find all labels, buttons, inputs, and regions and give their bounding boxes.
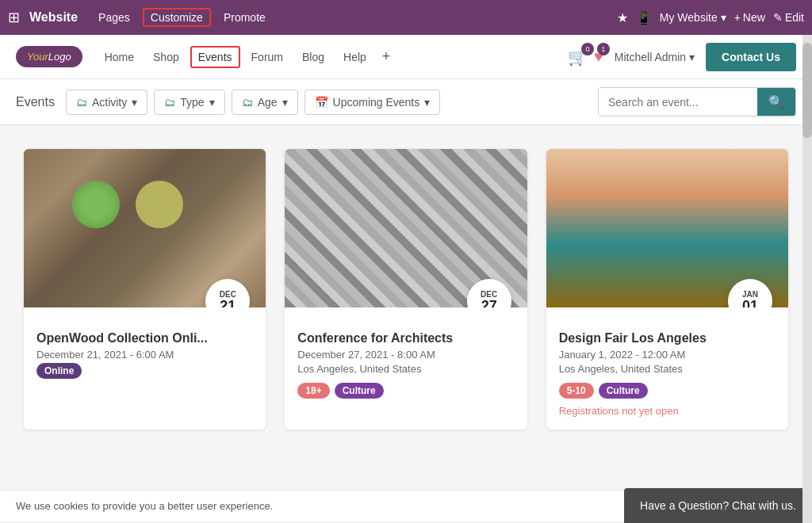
event-body-3: Design Fair Los Angeles January 1, 2022 … [546,307,788,429]
cart-icon[interactable]: 🛒 0 [568,48,588,67]
event-title-2: Conference for Architects [297,331,514,345]
event-location-2: Los Angeles, United States [297,363,514,375]
event-location-3: Los Angeles, United States [559,363,776,375]
logo-your: Your [27,51,48,63]
event-tags-1: Online [36,363,253,379]
chevron-down-icon: ▾ [721,11,726,24]
cart-badge: 0 [581,43,594,55]
mobile-icon[interactable]: 📱 [636,10,652,25]
tag-online: Online [36,363,82,379]
tag-culture-2: Culture [335,383,384,399]
event-card-2[interactable]: DEC 27 Conference for Architects Decembe… [285,149,527,429]
chevron-type-icon: ▾ [209,96,215,109]
event-date-1: December 21, 2021 - 6:00 AM [36,349,253,361]
nav-add-icon[interactable]: + [377,45,396,68]
filter-type[interactable]: 🗂 Type ▾ [154,90,224,115]
search-icon: 🔍 [768,95,784,109]
nav-events[interactable]: Events [190,46,240,68]
admin-right-icons: ★ 📱 My Website ▾ + New ✎ Edit [617,10,804,25]
edit-button[interactable]: ✎ Edit [773,11,804,24]
tag-5to10: 5-10 [559,383,594,399]
user-label: Mitchell Admin [615,51,686,63]
pencil-icon: ✎ [773,11,783,24]
grid-icon[interactable]: ⊞ [8,9,20,26]
event-title-3: Design Fair Los Angeles [559,331,776,345]
admin-nav-pages[interactable]: Pages [90,8,138,27]
event-card-1[interactable]: DEC 21 OpenWood Collection Onli... Decem… [24,149,266,429]
chat-widget[interactable]: Have a Question? Chat with us. [624,488,812,521]
nav-help[interactable]: Help [335,46,374,68]
event-tags-3: 5-10 Culture [559,383,776,399]
search-input[interactable] [599,88,757,116]
logo-logo: Logo [48,51,71,63]
folder-type-icon: 🗂 [164,96,175,109]
events-page-label: Events [16,95,55,109]
events-grid: DEC 21 OpenWood Collection Onli... Decem… [24,149,788,429]
star-icon[interactable]: ★ [617,10,628,25]
event-date-2: December 27, 2021 - 8:00 AM [297,349,514,361]
registration-status: Registrations not yet open [559,405,776,417]
scrollbar-track[interactable] [802,35,812,521]
chevron-age-icon: ▾ [282,96,288,109]
event-image-1: DEC 21 [24,149,266,307]
event-card-3[interactable]: JAN 01 Design Fair Los Angeles January 1… [546,149,788,429]
user-chevron-icon: ▾ [689,51,695,63]
plus-icon: + [734,11,741,24]
website-nav: YourLogo Home Shop Events Forum Blog Hel… [0,35,812,79]
content-area: DEC 21 OpenWood Collection Onli... Decem… [0,125,812,490]
new-button[interactable]: + New [734,11,765,24]
folder-icon: 🗂 [76,96,87,109]
wishlist-icon[interactable]: ♥ 1 [594,48,603,66]
tag-18plus: 18+ [297,383,329,399]
chat-text: Have a Question? Chat with us. [640,499,796,512]
contact-button[interactable]: Contact Us [706,43,796,71]
wishlist-badge: 1 [597,43,610,55]
event-body-2: Conference for Architects December 27, 2… [285,307,527,411]
logo[interactable]: YourLogo [16,46,82,67]
admin-nav-promote[interactable]: Promote [216,8,274,27]
cookie-text: We use cookies to provide you a better u… [16,500,273,512]
nav-forum[interactable]: Forum [243,46,291,68]
scrollbar-thumb[interactable] [802,43,812,138]
event-image-3: JAN 01 [546,149,788,307]
admin-nav-customize[interactable]: Customize [143,8,211,27]
calendar-icon: 📅 [315,96,328,109]
admin-bar: ⊞ Website Pages Customize Promote ★ 📱 My… [0,0,812,35]
event-tags-2: 18+ Culture [297,383,514,399]
event-title-1: OpenWood Collection Onli... [36,331,253,345]
nav-shop[interactable]: Shop [145,46,187,68]
chevron-activity-icon: ▾ [132,96,137,109]
search-button[interactable]: 🔍 [757,88,795,116]
filter-bar: Events 🗂 Activity ▾ 🗂 Type ▾ 🗂 Age ▾ 📅 U… [0,79,812,125]
my-website-dropdown[interactable]: My Website ▾ [660,11,726,24]
tag-culture-3: Culture [599,383,648,399]
user-menu[interactable]: Mitchell Admin ▾ [615,51,695,63]
event-date-3: January 1, 2022 - 12:00 AM [559,349,776,361]
filter-upcoming[interactable]: 📅 Upcoming Events ▾ [304,90,441,115]
website-label: Website [29,10,78,25]
event-image-2: DEC 27 [285,149,527,307]
nav-home[interactable]: Home [97,46,142,68]
search-container: 🔍 [598,87,796,116]
filter-activity[interactable]: 🗂 Activity ▾ [66,90,147,115]
event-body-1: OpenWood Collection Onli... December 21,… [24,307,266,391]
folder-age-icon: 🗂 [242,96,253,109]
chevron-upcoming-icon: ▾ [424,96,430,109]
nav-blog[interactable]: Blog [294,46,332,68]
filter-age[interactable]: 🗂 Age ▾ [232,90,298,115]
